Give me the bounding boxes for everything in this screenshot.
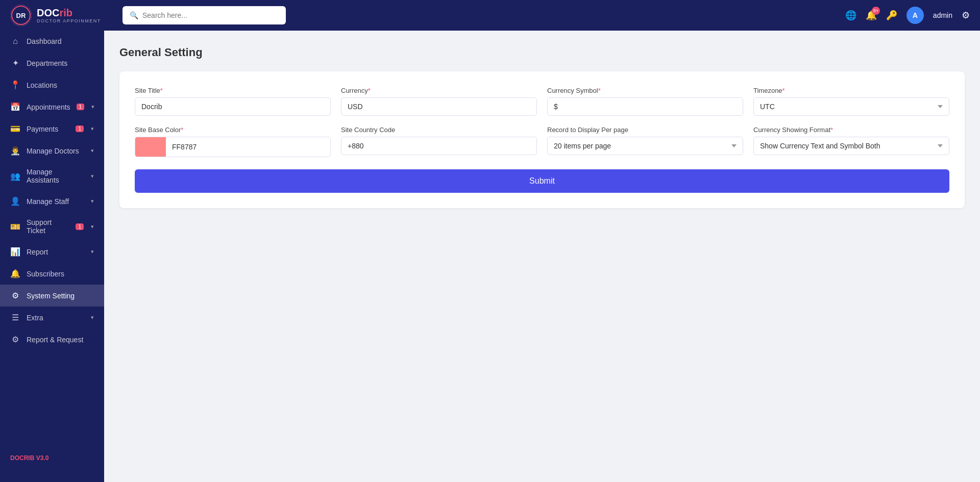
site-base-color-group: Site Base Color* bbox=[135, 126, 331, 157]
timezone-group: Timezone* UTC UTC+1 UTC+5:30 UTC-5 bbox=[753, 87, 949, 116]
sidebar-item-label: Manage Staff bbox=[27, 197, 85, 206]
logo-icon: DR bbox=[10, 5, 32, 26]
submit-button[interactable]: Submit bbox=[135, 169, 949, 193]
sidebar-item-manage-doctors[interactable]: 👨‍⚕️ Manage Doctors ▾ bbox=[0, 140, 104, 162]
search-input[interactable] bbox=[142, 11, 279, 19]
sidebar-item-label: Locations bbox=[27, 81, 94, 89]
site-base-color-label: Site Base Color* bbox=[135, 126, 331, 134]
currency-symbol-label: Currency Symbol* bbox=[547, 87, 743, 94]
subscribers-icon: 🔔 bbox=[10, 269, 20, 278]
extra-icon: ☰ bbox=[10, 313, 20, 322]
sidebar-item-label: Subscribers bbox=[27, 270, 94, 278]
sidebar-item-label: Payments bbox=[27, 125, 69, 133]
form-row-1: Site Title* Currency* Currency Symbol* bbox=[135, 87, 949, 116]
general-setting-form: Site Title* Currency* Currency Symbol* bbox=[119, 71, 965, 208]
currency-group: Currency* bbox=[341, 87, 537, 116]
sidebar-item-system-setting[interactable]: ⚙ System Setting bbox=[0, 285, 104, 307]
form-row-2: Site Base Color* Site Country Code Re bbox=[135, 126, 949, 157]
sidebar-item-label: System Setting bbox=[27, 292, 94, 300]
sidebar-item-label: Departments bbox=[27, 59, 94, 67]
site-title-label: Site Title* bbox=[135, 87, 331, 94]
currency-input[interactable] bbox=[341, 97, 537, 116]
sidebar-item-report-request[interactable]: ⚙ Report & Request bbox=[0, 328, 104, 350]
header-right: 🌐 🔔 8+ 🔑 A admin ⚙ bbox=[845, 7, 970, 24]
currency-symbol-group: Currency Symbol* bbox=[547, 87, 743, 116]
chevron-down-icon: ▾ bbox=[91, 147, 94, 154]
records-per-page-group: Record to Display Per page 10 items per … bbox=[547, 126, 743, 157]
layout: ⌂ Dashboard ✦ Departments 📍 Locations 📅 … bbox=[0, 31, 980, 482]
appointments-icon: 📅 bbox=[10, 102, 20, 112]
sidebar-item-dashboard[interactable]: ⌂ Dashboard bbox=[0, 31, 104, 52]
dashboard-icon: ⌂ bbox=[10, 37, 20, 46]
page-title: General Setting bbox=[119, 46, 965, 59]
user-settings-icon[interactable]: ⚙ bbox=[962, 10, 970, 21]
country-code-label: Site Country Code bbox=[341, 126, 537, 134]
system-setting-icon: ⚙ bbox=[10, 291, 20, 300]
main-content: General Setting Site Title* Currency* bbox=[104, 31, 980, 482]
records-per-page-label: Record to Display Per page bbox=[547, 126, 743, 134]
sidebar-item-manage-staff[interactable]: 👤 Manage Staff ▾ bbox=[0, 190, 104, 212]
admin-label: admin bbox=[933, 11, 952, 19]
chevron-down-icon: ▾ bbox=[91, 125, 94, 132]
logo-doc: DOC bbox=[37, 7, 59, 18]
sidebar-item-appointments[interactable]: 📅 Appointments 1 ▾ bbox=[0, 96, 104, 118]
site-title-group: Site Title* bbox=[135, 87, 331, 116]
report-request-icon: ⚙ bbox=[10, 335, 20, 344]
sidebar-item-locations[interactable]: 📍 Locations bbox=[0, 74, 104, 96]
records-per-page-select[interactable]: 10 items per page 20 items per page 50 i… bbox=[547, 137, 743, 155]
notifications-button[interactable]: 🔔 8+ bbox=[866, 10, 877, 21]
logo-text: DOCrib DOCTOR APPOINMENT bbox=[37, 7, 101, 23]
sidebar-item-label: Dashboard bbox=[27, 37, 94, 45]
sidebar-item-payments[interactable]: 💳 Payments 1 ▾ bbox=[0, 118, 104, 140]
sidebar-item-label: Report bbox=[27, 248, 85, 256]
sidebar-item-extra[interactable]: ☰ Extra ▾ bbox=[0, 307, 104, 328]
sidebar-item-label: Manage Doctors bbox=[27, 147, 85, 155]
globe-button[interactable]: 🌐 bbox=[845, 10, 856, 21]
sidebar-version: DOCRIB V3.0 bbox=[0, 444, 104, 472]
country-code-input[interactable] bbox=[341, 137, 537, 155]
appointments-badge: 1 bbox=[77, 104, 85, 110]
sidebar-item-departments[interactable]: ✦ Departments bbox=[0, 52, 104, 74]
timezone-select[interactable]: UTC UTC+1 UTC+5:30 UTC-5 bbox=[753, 97, 949, 116]
search-bar[interactable]: 🔍 bbox=[122, 6, 286, 24]
chevron-down-icon: ▾ bbox=[91, 173, 94, 180]
notification-badge: 8+ bbox=[872, 7, 880, 15]
country-code-group: Site Country Code bbox=[341, 126, 537, 157]
chevron-down-icon: ▾ bbox=[91, 198, 94, 205]
manage-staff-icon: 👤 bbox=[10, 196, 20, 206]
sidebar-item-label: Appointments bbox=[27, 103, 70, 111]
sidebar-item-support-ticket[interactable]: 🎫 Support Ticket 1 ▾ bbox=[0, 212, 104, 241]
support-badge: 1 bbox=[76, 223, 84, 230]
sidebar-item-label: Manage Assistants bbox=[27, 168, 85, 184]
chevron-down-icon: ▾ bbox=[91, 223, 94, 230]
color-input-group bbox=[135, 137, 331, 157]
timezone-label: Timezone* bbox=[753, 87, 949, 94]
color-swatch[interactable] bbox=[135, 137, 166, 157]
header: DR DOCrib DOCTOR APPOINMENT 🔍 🌐 🔔 8+ 🔑 A… bbox=[0, 0, 980, 31]
color-hex-input[interactable] bbox=[166, 138, 330, 156]
manage-assistants-icon: 👥 bbox=[10, 171, 20, 181]
chevron-down-icon: ▾ bbox=[91, 104, 94, 110]
report-icon: 📊 bbox=[10, 247, 20, 257]
currency-symbol-input[interactable] bbox=[547, 97, 743, 116]
payments-badge: 1 bbox=[76, 125, 84, 132]
sidebar-item-label: Report & Request bbox=[27, 336, 94, 344]
sidebar-item-label: Support Ticket bbox=[27, 218, 69, 235]
payments-icon: 💳 bbox=[10, 124, 20, 134]
search-icon: 🔍 bbox=[130, 11, 138, 19]
sidebar-item-manage-assistants[interactable]: 👥 Manage Assistants ▾ bbox=[0, 162, 104, 190]
svg-text:DR: DR bbox=[16, 12, 26, 19]
site-title-input[interactable] bbox=[135, 97, 331, 116]
logo-area: DR DOCrib DOCTOR APPOINMENT bbox=[10, 5, 112, 26]
key-button[interactable]: 🔑 bbox=[886, 10, 897, 21]
chevron-down-icon: ▾ bbox=[91, 248, 94, 255]
avatar: A bbox=[906, 7, 924, 24]
support-ticket-icon: 🎫 bbox=[10, 222, 20, 232]
currency-label: Currency* bbox=[341, 87, 537, 94]
sidebar-item-label: Extra bbox=[27, 314, 85, 322]
sidebar-item-subscribers[interactable]: 🔔 Subscribers bbox=[0, 263, 104, 285]
chevron-down-icon: ▾ bbox=[91, 314, 94, 321]
currency-format-select[interactable]: Show Currency Text Only Show Currency Sy… bbox=[753, 137, 949, 155]
sidebar-item-report[interactable]: 📊 Report ▾ bbox=[0, 241, 104, 263]
currency-format-label: Currency Showing Format* bbox=[753, 126, 949, 134]
